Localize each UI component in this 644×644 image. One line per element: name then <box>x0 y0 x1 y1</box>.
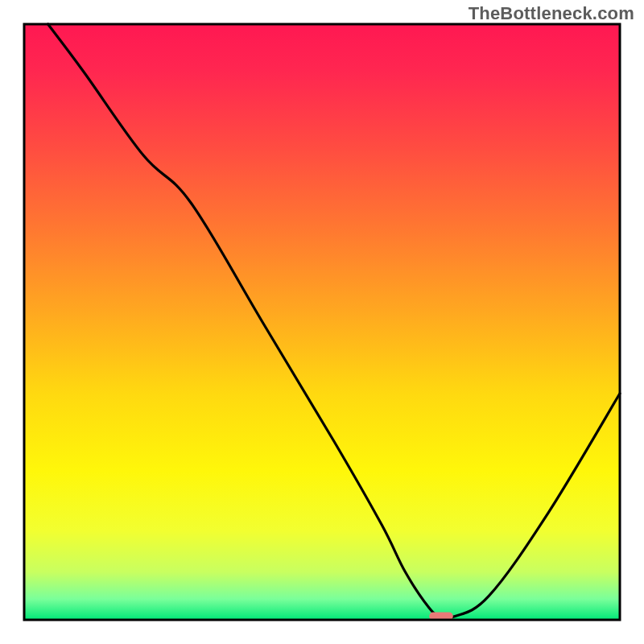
attribution-label: TheBottleneck.com <box>469 3 634 24</box>
chart-container: TheBottleneck.com <box>0 0 644 644</box>
bottleneck-chart <box>0 0 644 644</box>
